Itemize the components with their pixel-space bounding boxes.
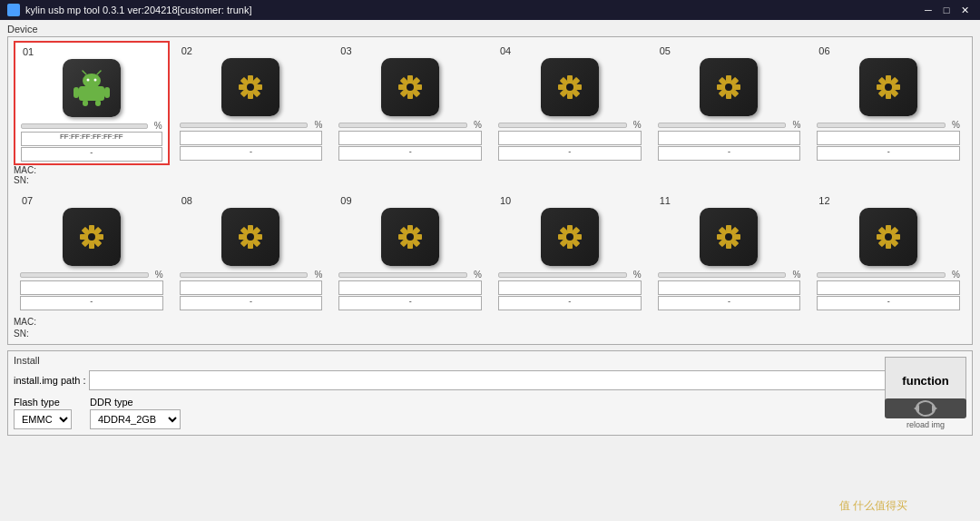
device-slot-10[interactable]: 10 % - [492,191,648,313]
gear-icon-09 [390,217,430,257]
svg-rect-64 [80,234,86,240]
svg-point-41 [725,84,732,91]
svg-rect-52 [886,75,891,82]
svg-rect-62 [89,225,94,231]
slot-04-percent: % [629,120,642,130]
flash-type-group: Flash type EMMC NAND [14,397,72,429]
slot-01-mac-input[interactable]: FF:FF:FF:FF:FF:FF [21,132,162,146]
device-slot-09[interactable]: 09 % - [332,191,488,313]
svg-rect-74 [239,234,245,240]
flash-type-label: Flash type [14,397,72,408]
ddr-type-select-container: 4DDR4_2GB 2DDR4_1GB [90,409,181,429]
ddr-type-select[interactable]: 4DDR4_2GB 2DDR4_1GB [90,409,181,429]
slot-12-icon [859,208,917,266]
img-path-input[interactable] [89,370,909,390]
slot-02-progress-bar [180,123,309,128]
function-button[interactable]: function [885,357,966,404]
slot-10-mac-input[interactable] [498,280,642,295]
device-slot-11[interactable]: 11 % - [652,191,808,313]
device-row-2: 07 % - 08 % - [14,191,966,313]
slot-12-sn-input[interactable]: - [817,296,960,310]
slot-05-progress-bar [658,123,787,128]
title-bar-left: kylin usb mp tool 0.3.1 ver:204218[custo… [7,4,251,16]
svg-rect-55 [894,84,900,90]
slot-01-icon [63,59,121,117]
slot-03-mac-input[interactable] [338,131,482,145]
slot-03-icon [381,58,439,116]
svg-rect-63 [89,242,94,249]
svg-line-5 [97,71,101,74]
window-title: kylin usb mp tool 0.3.1 ver:204218[custo… [25,5,251,15]
slot-07-mac-input[interactable] [20,280,163,295]
svg-point-1 [83,74,101,88]
slot-07-icon [63,208,121,266]
slot-08-sn-input[interactable]: - [180,296,323,310]
device-slot-01[interactable]: 01 [14,41,170,165]
device-slot-02[interactable]: 02 [173,41,329,165]
svg-line-4 [83,71,86,74]
svg-point-101 [725,233,732,241]
slot-12-mac-input[interactable] [817,280,960,295]
svg-rect-83 [407,242,413,249]
svg-rect-22 [407,75,413,82]
slot-11-sn-input[interactable]: - [658,296,801,310]
device-slot-06[interactable]: 06 % - [810,41,966,165]
svg-rect-15 [256,84,262,90]
slot-07-sn-input[interactable]: - [20,296,163,310]
svg-rect-33 [567,93,573,99]
gear-icon-11 [709,217,749,257]
slot-12-number: 12 [818,195,829,206]
slot-08-mac-input[interactable] [180,280,323,295]
slot-06-mac-input[interactable] [817,131,960,145]
slot-11-mac-input[interactable] [658,280,801,295]
maximize-button[interactable]: □ [938,2,955,18]
slot-08-icon [221,208,279,266]
slot-02-sn-input[interactable]: - [180,146,323,161]
device-slot-07[interactable]: 07 % - [14,191,170,313]
slot-03-sn-input[interactable]: - [338,146,482,161]
reload-img-button[interactable] [885,398,966,418]
slot-09-mac-input[interactable] [338,280,482,295]
svg-rect-102 [726,225,731,231]
title-bar: kylin usb mp tool 0.3.1 ver:204218[custo… [0,0,980,20]
svg-rect-92 [567,225,573,231]
slot-04-sn-input[interactable]: - [498,146,642,161]
device-section: 01 [7,36,973,345]
install-section-label: Install [14,355,966,366]
slot-10-sn-input[interactable]: - [498,296,642,310]
flash-type-select[interactable]: EMMC NAND [14,409,72,429]
device-slot-05[interactable]: 05 % - [652,41,808,165]
svg-point-3 [93,79,96,82]
slot-06-sn-input[interactable]: - [817,146,960,161]
svg-rect-53 [886,93,891,99]
device-slot-03[interactable]: 03 % - [332,41,488,165]
svg-rect-84 [398,234,405,240]
slot-04-icon [541,58,599,116]
svg-rect-24 [398,84,405,90]
install-section: Install install.img path : open function… [7,350,973,436]
minimize-button[interactable]: ─ [920,2,936,18]
sn-labels-row1: SN: [14,175,966,185]
gear-icon-10 [550,217,590,257]
slot-05-mac-input[interactable] [658,131,801,145]
svg-rect-94 [558,234,564,240]
device-slot-04[interactable]: 04 % - [492,41,648,165]
slot-01-progress-bar [21,123,148,129]
slot-01-sn-input[interactable]: - [21,147,162,162]
svg-rect-25 [416,84,422,90]
slot-05-sn-input[interactable]: - [658,146,801,161]
close-button[interactable]: ✕ [956,2,973,18]
slot-02-mac-input[interactable] [180,131,323,145]
svg-rect-93 [567,242,573,249]
gear-icon-08 [230,217,270,257]
slot-04-mac-input[interactable] [498,131,642,145]
svg-rect-32 [567,75,573,82]
gear-icon-03 [390,67,430,107]
device-slot-12[interactable]: 12 % - [810,191,966,313]
device-slot-08[interactable]: 08 % - [173,191,329,313]
slot-06-percent: % [947,120,960,130]
slot-09-sn-input[interactable]: - [338,296,482,310]
android-icon [72,68,112,108]
svg-point-71 [247,233,254,241]
gear-icon-06 [868,67,908,107]
